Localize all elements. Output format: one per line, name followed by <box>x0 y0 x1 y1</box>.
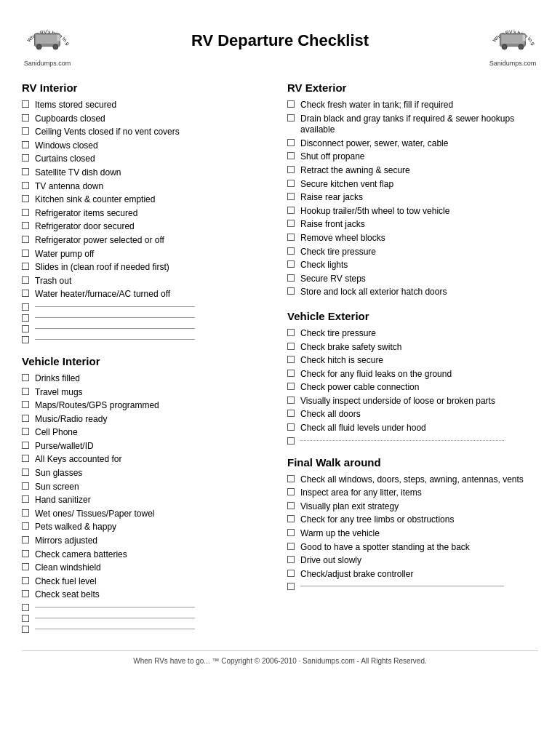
checkbox[interactable] <box>22 469 29 476</box>
list-item: Check hitch is secure <box>287 355 538 367</box>
checkbox[interactable] <box>22 303 29 311</box>
list-item: Refrigerator items secured <box>22 208 273 220</box>
checkbox[interactable] <box>287 410 295 417</box>
checkbox[interactable] <box>22 482 29 490</box>
list-item: Trash out <box>22 276 273 287</box>
checkbox[interactable] <box>287 529 295 536</box>
checkbox[interactable] <box>287 515 295 522</box>
list-item: Satellite TV dish down <box>22 167 273 179</box>
checkbox[interactable] <box>22 590 29 597</box>
list-item: Check all windows, doors, steps, awning,… <box>287 474 538 486</box>
blank-line <box>287 437 538 445</box>
checkbox[interactable] <box>22 428 29 435</box>
checkbox[interactable] <box>22 127 29 135</box>
list-item: Check fuel level <box>22 576 273 588</box>
checkbox[interactable] <box>22 626 29 633</box>
list-item: Check seat belts <box>22 589 273 601</box>
checkbox[interactable] <box>287 152 295 159</box>
section-rv-interior-title: RV Interior <box>22 81 273 94</box>
checkbox[interactable] <box>22 563 29 570</box>
logo-left-text: Sanidumps.com <box>24 60 71 67</box>
checkbox[interactable] <box>22 195 29 202</box>
checkbox[interactable] <box>287 488 295 495</box>
checkbox[interactable] <box>287 570 295 577</box>
checkbox[interactable] <box>22 236 29 243</box>
list-item: Sun screen <box>22 482 273 493</box>
checkbox[interactable] <box>287 180 295 187</box>
checkbox[interactable] <box>287 100 295 108</box>
checkbox[interactable] <box>287 274 295 282</box>
checkbox[interactable] <box>22 141 29 148</box>
checkbox[interactable] <box>287 114 295 121</box>
list-item: Raise front jacks <box>287 219 538 231</box>
checkbox[interactable] <box>22 168 29 175</box>
checkbox[interactable] <box>287 247 295 255</box>
list-item: Water heater/furnace/AC turned off <box>22 289 273 300</box>
list-item: Hookup trailer/5th wheel to tow vehicle <box>287 206 538 218</box>
checkbox[interactable] <box>287 356 295 363</box>
checkbox[interactable] <box>287 287 295 295</box>
checkbox[interactable] <box>22 100 29 108</box>
list-item: Secure RV steps <box>287 274 538 285</box>
checkbox[interactable] <box>287 260 295 268</box>
checkbox[interactable] <box>22 263 29 270</box>
checkbox[interactable] <box>287 397 295 404</box>
checkbox[interactable] <box>287 207 295 214</box>
list-item: Check for any tree limbs or obstructions <box>287 514 538 526</box>
checkbox[interactable] <box>287 502 295 509</box>
svg-rect-2 <box>36 35 59 44</box>
checkbox[interactable] <box>22 415 29 422</box>
checkbox[interactable] <box>287 234 295 241</box>
checkbox[interactable] <box>287 166 295 173</box>
checkbox[interactable] <box>22 509 29 517</box>
checkbox[interactable] <box>22 455 29 462</box>
checkbox[interactable] <box>287 437 295 445</box>
checkbox[interactable] <box>22 604 29 611</box>
checkbox[interactable] <box>287 329 295 336</box>
checkbox[interactable] <box>22 325 29 332</box>
checkbox[interactable] <box>22 550 29 557</box>
checkbox[interactable] <box>22 250 29 257</box>
checkbox[interactable] <box>22 276 29 284</box>
checkbox[interactable] <box>22 374 29 381</box>
list-item: Visually plan exit strategy <box>287 501 538 513</box>
checkbox[interactable] <box>22 522 29 530</box>
checkbox[interactable] <box>287 556 295 563</box>
checkbox[interactable] <box>22 222 29 229</box>
checkbox[interactable] <box>287 583 295 590</box>
checkbox[interactable] <box>22 114 29 121</box>
checkbox[interactable] <box>287 423 295 431</box>
svg-point-3 <box>36 44 41 49</box>
list-item: Remove wheel blocks <box>287 233 538 244</box>
list-item: Check camera batteries <box>22 549 273 561</box>
checkbox[interactable] <box>287 220 295 227</box>
right-column: RV Exterior Check fresh water in tank; f… <box>287 81 538 636</box>
list-item: Cell Phone <box>22 427 273 439</box>
checkbox[interactable] <box>287 193 295 200</box>
checkbox[interactable] <box>287 543 295 550</box>
checkbox[interactable] <box>22 388 29 395</box>
blank-line <box>287 582 538 590</box>
checkbox[interactable] <box>22 209 29 216</box>
checkbox[interactable] <box>22 401 29 408</box>
checkbox[interactable] <box>22 290 29 297</box>
checkbox[interactable] <box>22 154 29 162</box>
checkbox[interactable] <box>22 442 29 449</box>
left-column: RV Interior Items stored secured Cupboar… <box>22 81 273 636</box>
checkbox[interactable] <box>22 536 29 543</box>
checkbox[interactable] <box>22 615 29 622</box>
final-walk-list: Check all windows, doors, steps, awning,… <box>287 474 538 581</box>
checkbox[interactable] <box>22 495 29 503</box>
checkbox[interactable] <box>287 139 295 146</box>
checkbox[interactable] <box>22 314 29 322</box>
list-item: Clean windshield <box>22 562 273 574</box>
checkbox[interactable] <box>22 577 29 584</box>
checkbox[interactable] <box>287 383 295 390</box>
list-item: Disconnect power, sewer, water, cable <box>287 138 538 150</box>
checkbox[interactable] <box>287 370 295 377</box>
checkbox[interactable] <box>287 343 295 350</box>
checkbox[interactable] <box>22 336 29 343</box>
checkbox[interactable] <box>22 182 29 189</box>
checkbox[interactable] <box>287 475 295 482</box>
main-content: RV Interior Items stored secured Cupboar… <box>22 81 538 636</box>
